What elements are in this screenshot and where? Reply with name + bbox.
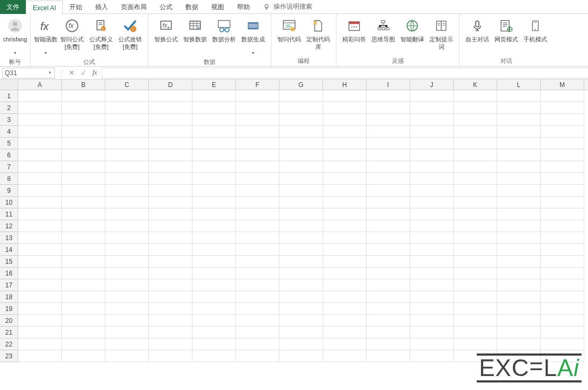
cell[interactable] (149, 268, 192, 279)
cell[interactable] (62, 256, 105, 268)
cell[interactable] (149, 303, 192, 315)
cell[interactable] (541, 138, 584, 149)
cell[interactable] (454, 220, 497, 232)
cell[interactable] (18, 161, 62, 173)
cell[interactable] (541, 327, 584, 338)
cell[interactable] (497, 149, 541, 161)
cell[interactable] (323, 268, 367, 279)
cell[interactable] (367, 220, 410, 232)
cell[interactable] (279, 149, 323, 161)
cell[interactable] (192, 138, 236, 149)
cell[interactable] (497, 114, 541, 126)
cell[interactable] (192, 90, 236, 102)
cell[interactable] (323, 291, 367, 303)
cell[interactable] (149, 149, 192, 161)
cell[interactable] (367, 102, 410, 114)
cell[interactable] (497, 279, 541, 291)
cell[interactable] (62, 303, 105, 315)
cell[interactable] (410, 315, 454, 327)
cell[interactable] (62, 315, 105, 327)
cell[interactable] (410, 126, 454, 138)
cell[interactable] (279, 327, 323, 338)
cell[interactable] (18, 291, 62, 303)
tab-formulas[interactable]: 公式 (153, 0, 179, 14)
gen-data-button[interactable]: 数据生成 (239, 16, 268, 57)
cell[interactable] (149, 220, 192, 232)
cell[interactable] (62, 197, 105, 208)
cell[interactable] (236, 350, 279, 362)
cell[interactable] (367, 350, 410, 362)
cell[interactable] (454, 268, 497, 279)
column-header[interactable]: C (105, 80, 149, 90)
cell[interactable] (18, 256, 62, 268)
cell[interactable] (62, 350, 105, 362)
cell[interactable] (497, 90, 541, 102)
cell[interactable] (18, 350, 62, 362)
cell[interactable] (18, 279, 62, 291)
cell[interactable] (149, 161, 192, 173)
cell[interactable] (18, 114, 62, 126)
cell[interactable] (149, 256, 192, 268)
cell[interactable] (62, 279, 105, 291)
cell[interactable] (454, 149, 497, 161)
cell[interactable] (149, 350, 192, 362)
cell[interactable] (105, 161, 149, 173)
cell[interactable] (541, 102, 584, 114)
cell[interactable] (236, 220, 279, 232)
cell[interactable] (149, 327, 192, 338)
select-all-corner[interactable] (0, 80, 18, 90)
cell[interactable] (323, 327, 367, 338)
cell[interactable] (105, 126, 149, 138)
cell[interactable] (192, 126, 236, 138)
cell[interactable] (410, 185, 454, 197)
auto-chat-button[interactable]: 自主对话 (463, 16, 492, 52)
cell[interactable] (323, 350, 367, 362)
cell[interactable] (192, 303, 236, 315)
cell[interactable] (236, 315, 279, 327)
cell[interactable] (454, 102, 497, 114)
cell[interactable] (454, 244, 497, 256)
cell[interactable] (410, 291, 454, 303)
cell[interactable] (454, 208, 497, 220)
cell[interactable] (541, 126, 584, 138)
cell[interactable] (454, 161, 497, 173)
row-header[interactable]: 19 (0, 303, 18, 315)
cell[interactable] (18, 90, 62, 102)
cell[interactable] (454, 126, 497, 138)
cell[interactable] (18, 327, 62, 338)
tell-me-search[interactable]: 操作说明搜索 (263, 2, 312, 11)
cell[interactable] (279, 244, 323, 256)
cell[interactable] (367, 291, 410, 303)
row-header[interactable]: 23 (0, 350, 18, 362)
cell[interactable] (236, 338, 279, 350)
ask-code-button[interactable]: 智问代码 (275, 16, 304, 52)
cell[interactable] (279, 350, 323, 362)
cell[interactable] (279, 185, 323, 197)
cell[interactable] (279, 138, 323, 149)
cell[interactable] (410, 327, 454, 338)
cell[interactable] (497, 208, 541, 220)
ask-formula-button[interactable]: fx 智问公式[免费] (58, 16, 87, 52)
cell[interactable] (192, 220, 236, 232)
cell[interactable] (236, 102, 279, 114)
cell[interactable] (497, 197, 541, 208)
cell[interactable] (541, 197, 584, 208)
cell[interactable] (149, 114, 192, 126)
cell[interactable] (454, 338, 497, 350)
cell[interactable] (62, 291, 105, 303)
cell[interactable] (279, 173, 323, 185)
cell[interactable] (410, 244, 454, 256)
cell[interactable] (149, 173, 192, 185)
cell[interactable] (454, 291, 497, 303)
cell[interactable] (279, 90, 323, 102)
cell[interactable] (279, 220, 323, 232)
cell[interactable] (192, 149, 236, 161)
cancel-button[interactable]: ✕ (66, 69, 77, 77)
cell[interactable] (236, 90, 279, 102)
cell[interactable] (192, 279, 236, 291)
cell[interactable] (541, 173, 584, 185)
cell[interactable] (149, 197, 192, 208)
cell[interactable] (236, 138, 279, 149)
row-header[interactable]: 18 (0, 291, 18, 303)
cell[interactable] (62, 126, 105, 138)
